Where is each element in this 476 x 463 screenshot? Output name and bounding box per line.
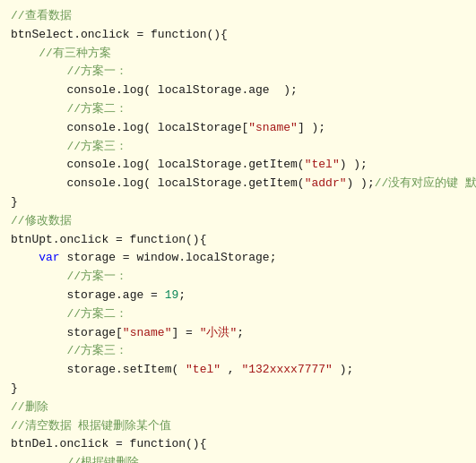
code-line: console.log( localStorage.getItem("addr"… (11, 175, 465, 193)
code-line: //方案二： (11, 305, 465, 324)
normal-text: btnDel.onclick = function(){ (11, 437, 206, 450)
string-text: "132xxxx7777" (241, 363, 332, 376)
code-line: //方案一： (11, 63, 465, 81)
comment-text: //有三种方案 (39, 47, 111, 60)
normal-text: console.log( localStorage.getItem( (66, 158, 304, 171)
normal-text: age (248, 83, 269, 97)
normal-text: storage[ (66, 326, 122, 339)
string-text: "tel" (186, 363, 221, 376)
code-line: //根据键删除 (11, 454, 465, 463)
normal-text: btnSelect.onclick = function(){ (11, 28, 228, 41)
comment-text: //方案三： (66, 344, 127, 357)
normal-text: console.log( localStorage.getItem( (66, 176, 304, 190)
code-line: btnDel.onclick = function(){ (11, 435, 465, 454)
code-line: console.log( localStorage.age ); (11, 81, 465, 100)
number-text: 19 (165, 288, 179, 302)
comment-text: //删除 (11, 400, 48, 414)
string-text: "sname" (248, 121, 298, 134)
code-line: console.log( localStorage.getItem("tel")… (11, 156, 465, 175)
normal-text: } (11, 195, 18, 209)
code-line: //删除 (11, 399, 465, 417)
code-line: //查看数据 (11, 7, 465, 26)
code-line: } (11, 380, 465, 399)
string-text: "addr" (305, 176, 347, 190)
normal-text: , (221, 363, 241, 376)
normal-text: ] ); (298, 121, 325, 134)
comment-text: //方案二： (66, 307, 127, 321)
code-line: //清空数据 根据键删除某个值 (11, 417, 465, 436)
code-line: } (11, 193, 465, 212)
code-line: storage["sname"] = "小洪"; (11, 324, 465, 343)
code-line: //方案一： (11, 268, 465, 287)
comment-text: //方案三： (66, 140, 127, 153)
normal-text: ); (270, 83, 298, 97)
comment-text: //方案一： (66, 270, 127, 283)
string-text: "小洪" (200, 326, 238, 339)
normal-text: ; (237, 326, 244, 339)
normal-text: } (11, 382, 18, 395)
code-line: console.log( localStorage["sname"] ); (11, 119, 465, 138)
normal-text: ; (178, 288, 186, 302)
normal-text: storage = window.localStorage; (60, 251, 277, 264)
comment-text: //修改数据 (11, 214, 72, 227)
normal-text: ) ); (346, 176, 374, 190)
normal-text: ] = (171, 326, 199, 339)
code-line: //方案二： (11, 100, 465, 119)
code-line: btnSelect.onclick = function(){ (11, 26, 465, 45)
code-editor: //查看数据btnSelect.onclick = function(){ //… (0, 0, 476, 463)
comment-text: //清空数据 根据键删除某个值 (11, 419, 171, 433)
comment-text: //根据键删除 (66, 456, 139, 463)
code-line: storage.setItem( "tel" , "132xxxx7777" )… (11, 361, 465, 380)
string-text: "sname" (123, 326, 172, 339)
code-line: btnUpt.onclick = function(){ (11, 231, 465, 250)
string-text: "tel" (305, 158, 340, 171)
keyword-text: var (39, 251, 59, 264)
normal-text: console.log( localStorage. (66, 83, 248, 97)
comment-text: //方案一： (66, 64, 127, 78)
code-line: var storage = window.localStorage; (11, 249, 465, 268)
comment-text: //查看数据 (11, 9, 72, 22)
normal-text: console.log( localStorage[ (66, 121, 248, 134)
code-line: storage.age = 19; (11, 287, 465, 305)
normal-text: storage.setItem( (66, 363, 186, 376)
normal-text: ); (333, 363, 353, 376)
code-line: //有三种方案 (11, 45, 465, 64)
code-line: //修改数据 (11, 212, 465, 231)
normal-text: btnUpt.onclick = function(){ (11, 233, 206, 246)
code-line: //方案三： (11, 342, 465, 361)
comment-text: //没有对应的键 默认为null (375, 176, 476, 190)
comment-text: //方案二： (66, 102, 127, 116)
normal-text: storage.age = (66, 288, 164, 302)
normal-text: ) ); (340, 158, 368, 171)
code-line: //方案三： (11, 138, 465, 157)
